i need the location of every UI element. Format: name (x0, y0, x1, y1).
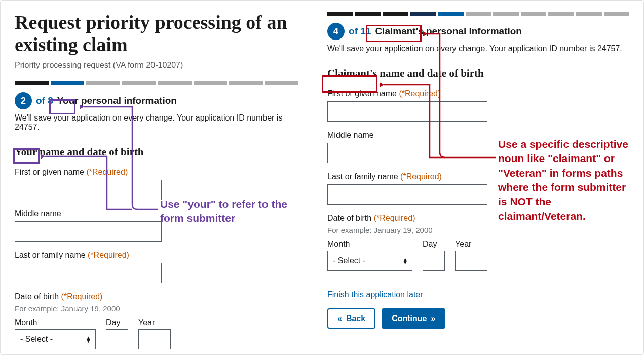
required-indicator: (*Required) (61, 292, 103, 301)
dob-hint: For example: January 19, 2000 (327, 226, 629, 234)
first-name-input[interactable] (327, 101, 487, 122)
first-name-field: First or given name (*Required) (327, 89, 629, 122)
page-subtitle: Priority processing request (VA form 20-… (15, 61, 298, 70)
required-indicator: (*Required) (86, 168, 128, 176)
step-number: 2 (15, 92, 32, 109)
autosave-note: We'll save your application on every cha… (327, 44, 629, 53)
button-row: « Back Continue » (327, 308, 629, 329)
dob-field: Date of birth (*Required) For example: J… (327, 214, 629, 271)
middle-name-input[interactable] (327, 143, 487, 163)
year-label: Year (138, 318, 171, 327)
middle-name-input[interactable] (15, 221, 162, 242)
day-label: Day (106, 318, 128, 327)
chevron-updown-icon: ▲▼ (402, 258, 408, 264)
autosave-note: We'll save your application on every cha… (15, 113, 298, 132)
progress-bar (15, 81, 298, 85)
first-name-field: First or given name (*Required) (15, 168, 298, 200)
middle-name-label: Middle name (327, 131, 629, 140)
year-input[interactable] (138, 329, 171, 349)
chevron-left-icon: « (337, 314, 342, 323)
section-heading: Claimant's name and date of birth (327, 67, 629, 80)
first-name-label: First or given name (327, 89, 397, 98)
month-label: Month (15, 318, 96, 327)
middle-name-label: Middle name (15, 209, 298, 218)
last-name-label: Last or family name (15, 251, 86, 259)
continue-button-label: Continue (392, 314, 427, 323)
chevron-updown-icon: ▲▼ (86, 336, 91, 342)
day-input[interactable] (423, 251, 445, 271)
month-placeholder: - Select - (20, 335, 53, 344)
dob-label: Date of birth (15, 292, 59, 301)
required-indicator: (*Required) (400, 172, 442, 181)
month-select[interactable]: - Select - ▲▼ (327, 251, 412, 271)
step-of-text: of 11 (349, 26, 371, 37)
progress-bar (327, 12, 629, 16)
dob-field: Date of birth (*Required) For example: J… (15, 292, 298, 349)
year-label: Year (455, 240, 487, 249)
last-name-field: Last or family name (*Required) (327, 172, 629, 205)
step-of-text: of 8 (36, 95, 53, 106)
middle-name-field: Middle name (327, 131, 629, 163)
required-indicator: (*Required) (88, 251, 129, 259)
year-input[interactable] (455, 251, 487, 271)
back-button[interactable]: « Back (327, 308, 375, 329)
month-placeholder: - Select - (333, 256, 365, 265)
required-indicator: (*Required) (399, 89, 440, 98)
section-heading: Your name and date of birth (15, 146, 298, 159)
page-title: Request priority processing of an existi… (15, 12, 298, 56)
step-indicator: 4 of 11 Claimant's personal information (327, 23, 629, 40)
step-number: 4 (327, 23, 345, 40)
first-name-label: First or given name (15, 168, 84, 176)
right-pane: 4 of 11 Claimant's personal information … (313, 1, 643, 354)
dob-label: Date of birth (327, 214, 371, 222)
dob-hint: For example: January 19, 2000 (15, 304, 298, 313)
last-name-field: Last or family name (*Required) (15, 251, 298, 283)
day-input[interactable] (106, 329, 128, 349)
left-pane: Request priority processing of an existi… (1, 1, 313, 354)
chevron-right-icon: » (431, 314, 436, 323)
first-name-input[interactable] (15, 180, 162, 200)
month-label: Month (327, 240, 412, 249)
month-select[interactable]: - Select - ▲▼ (15, 329, 96, 349)
last-name-label: Last or family name (327, 172, 398, 181)
day-label: Day (423, 240, 445, 249)
finish-later-link[interactable]: Finish this application later (327, 290, 423, 299)
required-indicator: (*Required) (374, 214, 415, 222)
step-indicator: 2 of 8 Your personal information (15, 92, 298, 109)
step-title: Claimant's personal information (375, 26, 522, 37)
last-name-input[interactable] (15, 263, 162, 283)
middle-name-field: Middle name (15, 209, 298, 242)
back-button-label: Back (346, 314, 365, 323)
step-title: Your personal information (57, 95, 177, 106)
last-name-input[interactable] (327, 184, 487, 205)
continue-button[interactable]: Continue » (382, 308, 445, 329)
